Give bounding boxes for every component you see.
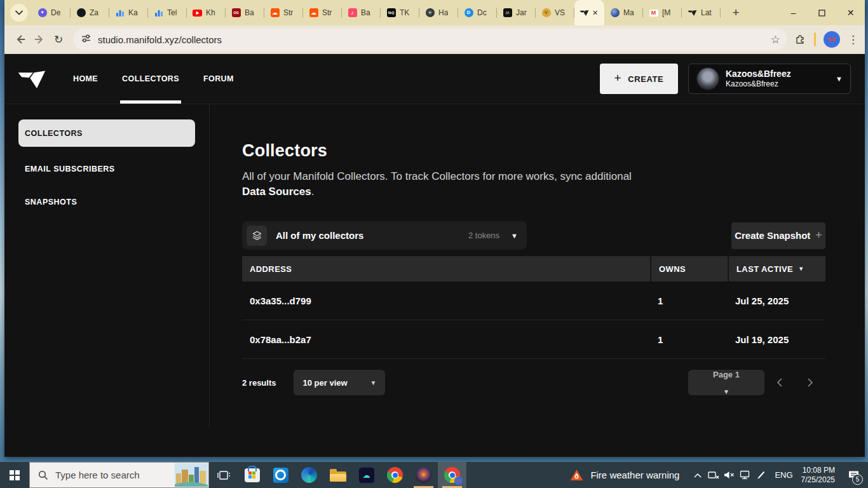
dark-app-icon[interactable]: ✶ [409, 462, 438, 488]
column-header-last-active[interactable]: LAST ACTIVE▼ [728, 256, 825, 281]
manifold-logo-icon[interactable] [17, 68, 46, 90]
browser-menu-icon[interactable]: ⋮ [848, 33, 858, 46]
site-header: HOME COLLECTORS FORUM + CREATE Kazoos&Bf… [4, 54, 865, 104]
page-select[interactable]: Page 1 ▼ [688, 370, 764, 395]
browser-tab[interactable]: JAJar [497, 0, 536, 25]
browser-tab-active[interactable]: ✕ [574, 0, 604, 25]
column-header-address: ADDRESS [242, 256, 650, 281]
album-icon: JA [503, 8, 512, 18]
browser-tab[interactable]: Ka [109, 0, 148, 25]
browser-tab[interactable]: ☁Str [303, 0, 342, 25]
refresh-icon[interactable]: ↻ [49, 30, 68, 49]
browser-tab[interactable]: M[M [643, 0, 682, 25]
browser-tab[interactable]: Ma [604, 0, 643, 25]
language-indicator[interactable]: ENG [775, 470, 792, 480]
maximize-button[interactable] [808, 0, 836, 25]
data-sources-link[interactable]: Data Sources [242, 186, 311, 198]
pen-icon[interactable] [753, 462, 769, 488]
create-button[interactable]: + CREATE [600, 64, 678, 94]
gmail-icon: M [649, 8, 658, 18]
browser-tab[interactable]: SkQTK [381, 0, 419, 25]
tab-title: Tel [167, 8, 177, 17]
bookmark-star-icon[interactable]: ☆ [771, 33, 780, 46]
browser-tab[interactable]: Tel [148, 0, 187, 25]
page-body: COLLECTORSEMAIL SUBSCRIBERSSNAPSHOTS Col… [4, 104, 865, 457]
site-nav: HOME COLLECTORS FORUM [73, 54, 234, 104]
nav-collectors[interactable]: COLLECTORS [122, 54, 179, 104]
filter-row: All of my collectors 2 tokens ▼ Create S… [242, 221, 825, 250]
task-view-icon[interactable] [209, 462, 238, 488]
next-page-icon[interactable] [795, 377, 825, 388]
tab-title: Ha [438, 8, 448, 17]
cell-owns: 1 [650, 320, 728, 358]
table-row[interactable]: 0x78aa...b2a71Jul 19, 2025 [242, 320, 825, 359]
forward-icon[interactable] [30, 30, 49, 49]
tab-title: Ba [361, 8, 370, 17]
collectors-filter-dropdown[interactable]: All of my collectors 2 tokens ▼ [242, 221, 527, 250]
start-button[interactable] [0, 462, 29, 488]
nav-home[interactable]: HOME [73, 54, 98, 104]
address-bar[interactable]: studio.manifold.xyz/collectors ☆ [73, 29, 787, 50]
browser-tab[interactable]: OSBa [226, 0, 264, 25]
chrome-profile-icon[interactable] [438, 462, 466, 488]
outlook-icon[interactable] [266, 462, 295, 488]
notification-badge: 5 [852, 474, 863, 485]
soundcloud-icon: ☁ [270, 8, 280, 18]
nav-forum[interactable]: FORUM [203, 54, 234, 104]
browser-tab[interactable]: Kh [187, 0, 226, 25]
microsoft-store-icon[interactable] [238, 462, 266, 488]
search-highlight-image[interactable] [175, 463, 208, 487]
minimize-button[interactable]: – [779, 0, 808, 25]
description-suffix: . [311, 186, 315, 198]
new-tab-button[interactable]: + [727, 4, 745, 22]
browser-tabstrip: ✦DeZaKaTelKhOSBa☁Str☁Str♪BaSkQTK✳HaDDcJA… [4, 0, 865, 25]
plus-icon: + [614, 71, 622, 85]
user-menu[interactable]: Kazoos&Bfreez Kazoos&Bfreez ▼ [688, 64, 851, 94]
token-count: 2 tokens [468, 231, 499, 240]
prev-page-icon[interactable] [764, 377, 795, 388]
taskbar-search-box[interactable]: Type here to search [29, 462, 209, 488]
hidden-icons-chevron[interactable] [689, 462, 705, 488]
tab-title: Za [90, 8, 98, 17]
browser-tab[interactable]: Lat [682, 0, 721, 25]
chrome-icon[interactable] [381, 462, 409, 488]
url-text[interactable]: studio.manifold.xyz/collectors [98, 34, 771, 45]
close-icon[interactable]: ✕ [592, 9, 598, 17]
page-title: Collectors [242, 141, 825, 161]
sidebar-item-snapshots[interactable]: SNAPSHOTS [18, 188, 195, 215]
browser-tab[interactable]: Za [71, 0, 109, 25]
notification-center-icon[interactable]: 5 [842, 462, 865, 488]
manifold-icon [688, 8, 697, 18]
tab-title: VS [555, 8, 565, 17]
table-row[interactable]: 0x3a35...d7991Jul 25, 2025 [242, 281, 825, 320]
browser-profile-avatar[interactable] [824, 31, 840, 48]
tab-search-chevron-button[interactable] [10, 4, 28, 22]
cloud-app-icon[interactable]: ☁ [352, 462, 381, 488]
file-explorer-icon[interactable] [323, 462, 352, 488]
browser-tab[interactable]: ☁Str [264, 0, 303, 25]
user-name: Kazoos&Bfreez [726, 68, 791, 79]
sidebar-item-collectors[interactable]: COLLECTORS [18, 119, 195, 147]
close-window-button[interactable]: ✕ [836, 0, 865, 25]
per-view-select[interactable]: 10 per view ▼ [294, 370, 385, 395]
volume-muted-icon[interactable] [721, 462, 737, 488]
weather-alert[interactable]: Fire weather warning [570, 469, 679, 481]
create-snapshot-button[interactable]: Create Snapshot + [731, 222, 825, 249]
search-placeholder: Type here to search [55, 470, 140, 480]
clock[interactable]: 10:08 PM 7/25/2025 [801, 466, 835, 485]
browser-tab[interactable]: DDc [458, 0, 497, 25]
browser-tab[interactable]: ♪Ba [342, 0, 381, 25]
browser-tab[interactable]: ✳Ha [419, 0, 458, 25]
per-view-label: 10 per view [302, 378, 347, 388]
tab-title: Dc [477, 8, 487, 17]
network-icon[interactable] [737, 462, 753, 488]
edge-icon[interactable] [295, 462, 323, 488]
browser-tab[interactable]: VVS [536, 0, 574, 25]
site-settings-icon[interactable] [81, 34, 91, 46]
back-icon[interactable] [11, 30, 30, 49]
desktop-wallpaper: ✦DeZaKaTelKhOSBa☁Str☁Str♪BaSkQTK✳HaDDcJA… [0, 0, 868, 488]
sidebar-item-email-subscribers[interactable]: EMAIL SUBSCRIBERS [18, 155, 195, 182]
browser-tab[interactable]: ✦De [32, 0, 71, 25]
input-indicator-icon[interactable] [705, 462, 721, 488]
extensions-icon[interactable] [794, 32, 806, 47]
